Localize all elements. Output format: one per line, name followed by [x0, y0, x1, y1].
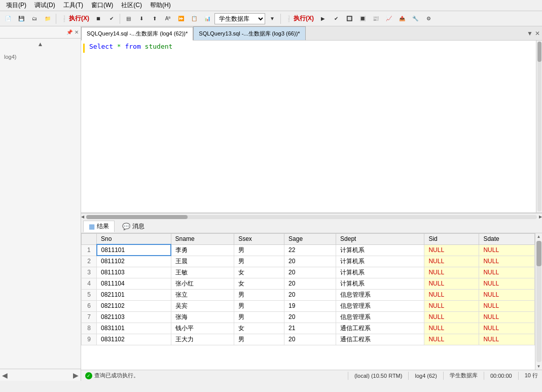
execute-label: ❕ 执行(X) [58, 14, 91, 23]
cell-sdate: NULL [479, 300, 535, 311]
tab-query14[interactable]: SQLQuery14.sql -...生数据库 (log4 (62))* [81, 27, 193, 41]
cell-sno: 0811103 [97, 267, 171, 278]
editor-scrollbar[interactable] [536, 41, 542, 212]
cell-ssex: 男 [234, 311, 284, 323]
sidebar-unpin-btn[interactable]: 📌 [65, 28, 74, 36]
messages-icon: 💬 [122, 223, 130, 230]
status-sep5 [518, 372, 519, 380]
cell-sdate: NULL [479, 311, 535, 323]
results-scroll-thumb[interactable] [536, 241, 541, 266]
cell-sdept: 通信工程系 [336, 323, 424, 334]
new-file-btn[interactable]: 📄 [2, 13, 14, 24]
results-scroll-down-btn[interactable]: ▼ [536, 363, 542, 370]
cell-sname: 王敏 [171, 267, 234, 278]
toolbar-r3[interactable]: 📰 [370, 13, 382, 24]
save-btn[interactable]: 💾 [15, 13, 27, 24]
sidebar-next-btn[interactable]: ▶ [73, 371, 79, 379]
status-sep3 [443, 372, 444, 380]
check2-btn[interactable]: ✔ [330, 13, 342, 24]
cell-sid: NULL [424, 256, 479, 267]
cell-sid: NULL [424, 289, 479, 300]
h-scroll-thumb[interactable] [86, 215, 188, 219]
cell-sdate: NULL [479, 278, 535, 289]
tab-query13[interactable]: SQLQuery13.sql -...生数据库 (log3 (66))* [193, 26, 305, 40]
sql-keyword-from: from [125, 43, 140, 50]
tab14-label: SQLQuery14.sql -...生数据库 (log4 (62))* [87, 30, 188, 38]
tab-bar: SQLQuery14.sql -...生数据库 (log4 (62))* SQL… [81, 26, 542, 41]
menu-community[interactable]: 社区(C) [117, 0, 146, 11]
results-v-scrollbar[interactable]: ▲ ▼ [535, 233, 542, 370]
editor-h-scrollbar[interactable]: ◀ ▶ [81, 213, 542, 220]
open-btn[interactable]: 📁 [42, 13, 54, 24]
cell-sdept: 信息管理系 [336, 289, 424, 300]
toolbar-r4[interactable]: 📈 [383, 13, 395, 24]
toolbar-r2[interactable]: 🔳 [356, 13, 369, 24]
cell-sdate: NULL [479, 334, 535, 345]
row-number: 6 [82, 300, 97, 311]
status-rows: 10 行 [525, 372, 538, 379]
status-sep2 [408, 372, 409, 380]
results-scroll-track [536, 241, 541, 362]
toolbar-btn-7[interactable]: ⏩ [175, 13, 187, 24]
play-btn[interactable]: ▶ [317, 13, 329, 24]
results-tab-results[interactable]: ▦ 结果 [83, 221, 115, 232]
cell-sdept: 计算机系 [336, 256, 424, 267]
cell-ssex: 男 [234, 289, 284, 300]
sidebar-content: ▲ log4) [0, 39, 81, 369]
menu-project[interactable]: 项目(P) [2, 0, 30, 11]
check-btn[interactable]: ✔ [105, 13, 118, 24]
toolbar-btn-8[interactable]: 📋 [188, 13, 200, 24]
toolbar-btn-4[interactable]: ⬇ [135, 13, 148, 24]
sidebar-prev-btn[interactable]: ◀ [2, 371, 8, 379]
cell-sname: 吴宾 [171, 300, 234, 311]
h-scroll-right-btn[interactable]: ▶ [539, 215, 542, 219]
cell-sage: 20 [284, 278, 336, 289]
cell-sdate: NULL [479, 244, 535, 256]
col-header-sname: Sname [171, 234, 234, 245]
h-scroll-left-btn[interactable]: ◀ [81, 215, 84, 219]
sep1 [56, 14, 56, 24]
sidebar-scroll-up[interactable]: ▲ [38, 41, 44, 48]
table-row: 90831102王大力男20通信工程系NULLNULL [82, 334, 535, 345]
tab-dropdown-btn[interactable]: ▼ [527, 30, 533, 37]
table-row: 30811103王敏女20计算机系NULLNULL [82, 267, 535, 278]
toolbar-btn-6[interactable]: Aᴮ [162, 13, 174, 24]
tab-close-all-btn[interactable]: ✕ [535, 30, 540, 37]
cell-ssex: 女 [234, 267, 284, 278]
content-area: SQLQuery14.sql -...生数据库 (log4 (62))* SQL… [81, 26, 542, 381]
status-success-icon: ✓ [85, 372, 92, 379]
status-sep4 [484, 372, 484, 380]
results-table-container[interactable]: Sno Sname Ssex Sage Sdept Sid Sdate 1081… [81, 233, 535, 370]
save-all-btn[interactable]: 🗂 [28, 13, 41, 24]
toolbar-r5[interactable]: 📤 [396, 13, 408, 24]
db-dropdown-btn[interactable]: ▼ [266, 13, 278, 24]
toolbar-r7[interactable]: ⚙ [422, 13, 435, 24]
menu-debug[interactable]: 调试(D) [30, 0, 59, 11]
sidebar: 📌 ✕ ▲ log4) ◀ ▶ [0, 26, 81, 381]
menu-help[interactable]: 帮助(H) [146, 0, 175, 11]
toolbar-btn-3[interactable]: ▤ [122, 13, 134, 24]
main-container: 📌 ✕ ▲ log4) ◀ ▶ SQLQuery14.sql -...生数据库 … [0, 26, 542, 381]
status-login: log4 (62) [415, 373, 437, 379]
cell-sid: NULL [424, 244, 479, 256]
menu-tools[interactable]: 工具(T) [59, 0, 87, 11]
sidebar-close-btn[interactable]: ✕ [74, 28, 80, 36]
cell-ssex: 女 [234, 278, 284, 289]
sql-editor[interactable]: Select * from student [81, 41, 542, 213]
results-tab-messages[interactable]: 💬 消息 [117, 221, 150, 232]
toolbar-r1[interactable]: 🔲 [343, 13, 355, 24]
stop-btn[interactable]: ⏹ [92, 13, 104, 24]
cell-sdept: 计算机系 [336, 244, 424, 256]
results-scroll-up-btn[interactable]: ▲ [536, 233, 542, 240]
sql-operator-star: * [117, 43, 125, 50]
toolbar-btn-5[interactable]: ⬆ [149, 13, 161, 24]
editor-scroll-thumb[interactable] [537, 42, 541, 62]
col-header-ssex: Ssex [234, 234, 284, 245]
cell-sdate: NULL [479, 256, 535, 267]
toolbar-r6[interactable]: 🔧 [409, 13, 421, 24]
cell-sdate: NULL [479, 267, 535, 278]
status-database: 学生数据库 [450, 372, 478, 379]
menu-window[interactable]: 窗口(W) [87, 0, 117, 11]
db-selector[interactable]: 学生数据库 [214, 13, 265, 24]
toolbar-btn-9[interactable]: 📊 [201, 13, 213, 24]
